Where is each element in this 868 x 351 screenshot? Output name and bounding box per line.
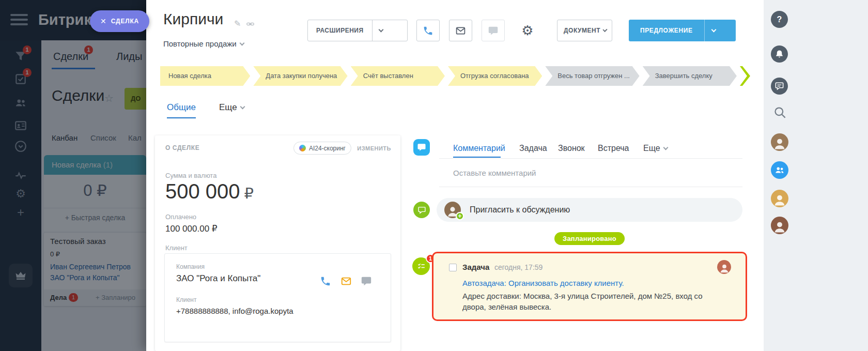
help-button[interactable]: ? <box>771 11 788 28</box>
settings-gear-icon[interactable]: ⚙ <box>516 20 539 41</box>
divider <box>439 158 742 159</box>
chat-icon <box>488 25 499 36</box>
sum-value: 500 000 <box>165 180 240 203</box>
group-icon <box>774 164 785 176</box>
timeline-tab-more[interactable]: Еще <box>643 144 668 153</box>
task-time: сегодня, 17:59 <box>494 263 542 271</box>
phone-icon <box>423 25 433 36</box>
tab-general-underline <box>167 117 196 118</box>
person-icon <box>772 193 787 207</box>
copy-link-icon[interactable] <box>246 20 255 28</box>
task-title[interactable]: Задача <box>462 263 489 271</box>
notifications-button[interactable] <box>771 45 788 63</box>
close-icon[interactable]: ✕ <box>100 17 106 25</box>
user-avatar-2[interactable] <box>771 190 788 207</box>
paid-value: 100 000.00 ₽ <box>165 223 218 234</box>
task-avatar[interactable] <box>717 260 731 274</box>
person-icon <box>719 263 730 274</box>
search-icon[interactable] <box>773 105 787 119</box>
user-avatar-3[interactable] <box>771 217 788 234</box>
user-avatar-1[interactable] <box>771 133 788 151</box>
person-icon <box>772 136 787 151</box>
screen: Битрикс 1 1 ⚙ + Сделки 1 Лиды Сделки ☆ Д… <box>0 0 868 351</box>
ai-scoring-icon <box>299 145 306 151</box>
sum-value-row: 500 000₽ <box>165 180 254 203</box>
invite-stream-icon <box>413 202 430 218</box>
chat-button[interactable] <box>482 20 505 41</box>
chat-bubble-icon <box>417 143 426 152</box>
proposal-dropdown[interactable] <box>704 20 723 41</box>
stage-shipping-approved[interactable]: Отгрузка согласована <box>448 66 542 86</box>
invite-to-discussion[interactable]: + Пригласить к обсуждению <box>437 198 742 222</box>
client-label: Клиент <box>165 244 188 252</box>
proposal-button[interactable]: ПРЕДЛОЖЕНИЕ <box>629 20 736 41</box>
stage-purchase-date[interactable]: Дата закупки получена <box>253 66 347 86</box>
tab-general[interactable]: Общие <box>167 102 196 113</box>
task-link[interactable]: Автозадача: Организовать доставку клиент… <box>462 279 624 287</box>
invite-plus-icon: + <box>456 212 464 220</box>
slider-type-pill[interactable]: ✕ СДЕЛКА <box>90 10 149 32</box>
stage-invoice[interactable]: Счёт выставлен <box>351 66 445 86</box>
about-deal-header: О СДЕЛКЕ <box>165 144 199 151</box>
divider <box>439 187 742 187</box>
contact-value[interactable]: +78888888888, info@roga.kopyta <box>176 307 293 315</box>
task-description: Адрес доставки: Москва, 3-я улица Строит… <box>462 291 721 312</box>
timeline-tab-meeting[interactable]: Встреча <box>598 144 629 153</box>
timeline-tab-underline <box>453 157 501 158</box>
deal-slider-panel: Кирпичи ✎ Повторные продажи РАСШИРЕНИЯ ⚙… <box>146 0 764 351</box>
task-entry-highlighted[interactable]: Задача сегодня, 17:59 Автозадача: Органи… <box>432 252 747 321</box>
sum-currency: ₽ <box>244 185 254 202</box>
tab-more[interactable]: Еще <box>219 102 244 113</box>
company-label: Компания <box>176 263 205 270</box>
document-button[interactable]: ДОКУМЕНТ <box>557 20 612 41</box>
call-button[interactable] <box>416 20 440 41</box>
chevron-down-icon <box>711 27 716 32</box>
company-chat-icon[interactable] <box>361 276 372 287</box>
stage-final-tip <box>740 66 750 86</box>
timeline-tab-call[interactable]: Звонок <box>558 144 585 153</box>
edit-deal-link[interactable]: ИЗМЕНИТЬ <box>357 145 391 151</box>
stage-new[interactable]: Новая сделка <box>160 66 250 86</box>
chevron-down-icon <box>663 145 668 150</box>
person-icon <box>772 220 787 234</box>
comment-stream-icon <box>413 139 430 156</box>
deal-title[interactable]: Кирпичи <box>163 10 223 28</box>
contact-label: Клиент <box>176 296 197 303</box>
chat-outline-icon <box>417 206 426 215</box>
mail-icon <box>455 25 466 36</box>
right-toolbar: ? <box>764 0 868 351</box>
timeline-tab-task[interactable]: Задача <box>519 144 547 153</box>
stage-shipped[interactable]: Весь товар отгружен ... <box>545 66 639 86</box>
pipeline-stages: Новая сделка Дата закупки получена Счёт … <box>160 66 750 86</box>
company-phone-icon[interactable] <box>320 276 331 287</box>
company-mail-icon[interactable] <box>340 276 352 287</box>
stage-close[interactable]: Завершить сделку <box>643 66 737 86</box>
messenger-button[interactable] <box>771 78 788 95</box>
slider-type-label: СДЕЛКА <box>111 18 139 25</box>
modal-dim-overlay[interactable] <box>0 0 146 351</box>
chevron-down-icon <box>240 104 245 110</box>
extensions-dropdown[interactable] <box>372 20 390 41</box>
client-box: Компания ЗАО "Рога и Копыта" Клиент +788… <box>164 253 391 342</box>
background-app: Битрикс 1 1 ⚙ + Сделки 1 Лиды Сделки ☆ Д… <box>0 0 146 351</box>
edit-title-icon[interactable]: ✎ <box>234 19 241 28</box>
ai-scoring-badge[interactable]: AI24-скоринг <box>293 142 351 155</box>
about-deal-card: О СДЕЛКЕ AI24-скоринг ИЗМЕНИТЬ Сумма и в… <box>155 135 400 351</box>
chat-lines-icon <box>774 81 784 91</box>
timeline-tab-comment[interactable]: Комментарий <box>453 144 505 153</box>
invite-label: Пригласить к обсуждению <box>470 198 570 222</box>
group-chat-avatar[interactable] <box>771 161 788 179</box>
comment-input[interactable] <box>453 169 722 177</box>
bell-icon <box>774 49 784 59</box>
deal-category-dropdown[interactable]: Повторные продажи <box>163 39 244 48</box>
email-button[interactable] <box>449 20 472 41</box>
sum-label: Сумма и валюта <box>165 172 216 179</box>
planned-status-badge: Запланировано <box>554 232 625 245</box>
tasklist-icon <box>416 262 426 271</box>
paid-label: Оплачено <box>165 213 196 221</box>
company-value[interactable]: ЗАО "Рога и Копыта" <box>176 273 260 284</box>
extensions-button[interactable]: РАСШИРЕНИЯ <box>307 20 408 41</box>
task-checkbox[interactable] <box>449 264 457 271</box>
chevron-down-icon <box>239 41 244 46</box>
chevron-down-icon <box>378 27 383 32</box>
